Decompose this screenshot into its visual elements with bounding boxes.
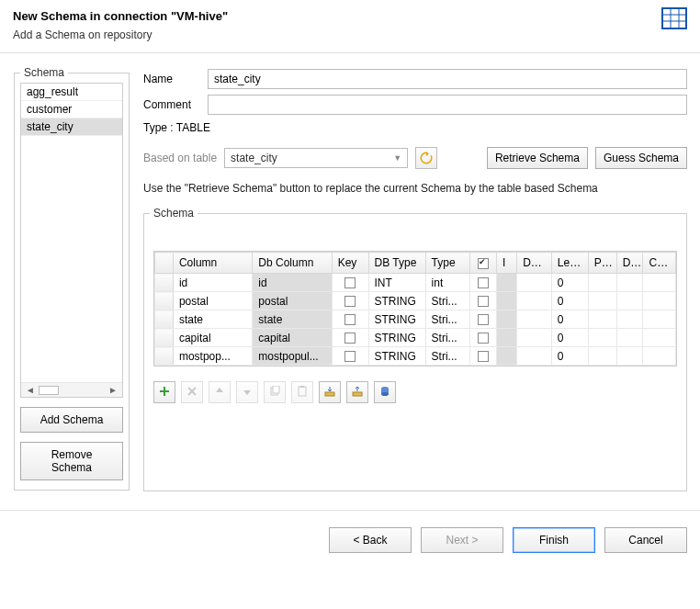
table-row[interactable]: ididINTint0	[155, 274, 676, 292]
table-cell[interactable]	[332, 347, 368, 366]
column-header[interactable]: Db Column	[253, 253, 332, 274]
guess-schema-button[interactable]: Guess Schema	[595, 147, 687, 169]
table-cell[interactable]	[155, 310, 174, 329]
table-cell[interactable]: id	[253, 274, 332, 292]
table-cell[interactable]	[497, 274, 517, 292]
export-button[interactable]	[346, 381, 368, 403]
table-cell[interactable]	[332, 329, 368, 347]
table-cell[interactable]	[470, 292, 497, 310]
key-checkbox[interactable]	[344, 277, 356, 288]
add-schema-button[interactable]: Add Schema	[20, 407, 123, 433]
table-cell[interactable]	[497, 292, 517, 310]
table-row[interactable]: statestateSTRINGStri...0	[155, 310, 676, 329]
nullable-checkbox[interactable]	[478, 351, 489, 362]
table-cell[interactable]	[616, 274, 643, 292]
drop-button[interactable]	[374, 381, 396, 403]
table-cell[interactable]: 0	[551, 347, 588, 366]
column-header[interactable]: D...	[616, 253, 643, 274]
table-cell[interactable]	[155, 274, 174, 292]
table-cell[interactable]	[643, 347, 676, 366]
table-row[interactable]: capitalcapitalSTRINGStri...0	[155, 329, 676, 347]
nullable-checkbox[interactable]	[478, 277, 489, 288]
refresh-button[interactable]	[415, 147, 437, 169]
column-header[interactable]	[470, 253, 497, 274]
table-cell[interactable]	[616, 310, 643, 329]
table-cell[interactable]: STRING	[368, 292, 425, 310]
table-cell[interactable]	[588, 274, 616, 292]
table-cell[interactable]	[497, 329, 517, 347]
table-cell[interactable]	[497, 347, 517, 366]
table-cell[interactable]: Stri...	[425, 329, 470, 347]
table-cell[interactable]: mostpop...	[173, 347, 252, 366]
table-cell[interactable]: postal	[173, 292, 252, 310]
table-cell[interactable]	[517, 347, 552, 366]
schema-list[interactable]: agg_resultcustomerstate_city ◄ ►	[20, 83, 123, 398]
table-cell[interactable]: state	[173, 310, 252, 329]
table-cell[interactable]: id	[173, 274, 252, 292]
table-cell[interactable]	[643, 310, 676, 329]
key-checkbox[interactable]	[344, 351, 356, 362]
table-cell[interactable]	[470, 347, 497, 366]
table-cell[interactable]	[332, 310, 368, 329]
table-cell[interactable]: 0	[551, 310, 588, 329]
table-cell[interactable]	[616, 347, 643, 366]
table-cell[interactable]	[332, 274, 368, 292]
column-header[interactable]: Da...	[517, 253, 552, 274]
remove-schema-button[interactable]: Remove Schema	[20, 442, 123, 480]
back-button[interactable]: < Back	[329, 527, 412, 553]
table-cell[interactable]: STRING	[368, 347, 425, 366]
table-row[interactable]: postalpostalSTRINGStri...0	[155, 292, 676, 310]
name-input[interactable]	[208, 69, 687, 89]
table-cell[interactable]	[517, 292, 552, 310]
scroll-right-icon[interactable]: ►	[107, 385, 119, 396]
table-cell[interactable]	[588, 329, 616, 347]
table-cell[interactable]	[470, 310, 497, 329]
key-checkbox[interactable]	[344, 333, 356, 344]
nullable-checkbox[interactable]	[478, 314, 489, 325]
schema-table[interactable]: ColumnDb ColumnKeyDB TypeTypeIDa...Len..…	[153, 251, 677, 367]
retrieve-schema-button[interactable]: Retrieve Schema	[487, 147, 588, 169]
nullable-checkbox[interactable]	[478, 296, 489, 307]
column-header[interactable]: DB Type	[368, 253, 425, 274]
column-header[interactable]: Co...	[643, 253, 676, 274]
table-cell[interactable]: postal	[253, 292, 332, 310]
table-cell[interactable]: STRING	[368, 310, 425, 329]
table-cell[interactable]: Stri...	[425, 347, 470, 366]
column-header[interactable]: Len...	[551, 253, 588, 274]
table-cell[interactable]	[517, 329, 552, 347]
nullable-checkbox[interactable]	[478, 333, 489, 344]
table-cell[interactable]: Stri...	[425, 310, 470, 329]
schema-list-item[interactable]: state_city	[21, 118, 122, 136]
table-cell[interactable]: int	[425, 274, 470, 292]
key-checkbox[interactable]	[344, 296, 356, 307]
table-cell[interactable]: state	[253, 310, 332, 329]
table-row[interactable]: mostpop...mostpopul...STRINGStri...0	[155, 347, 676, 366]
based-on-combo[interactable]: state_city ▼	[224, 148, 408, 168]
table-cell[interactable]	[470, 329, 497, 347]
table-cell[interactable]	[155, 347, 174, 366]
table-cell[interactable]	[588, 292, 616, 310]
table-cell[interactable]	[155, 329, 174, 347]
table-cell[interactable]: Stri...	[425, 292, 470, 310]
key-checkbox[interactable]	[344, 314, 356, 325]
table-cell[interactable]: mostpopul...	[253, 347, 332, 366]
finish-button[interactable]: Finish	[513, 527, 595, 553]
table-cell[interactable]	[497, 310, 517, 329]
list-scrollbar[interactable]: ◄ ►	[21, 382, 122, 397]
comment-input[interactable]	[208, 95, 687, 115]
table-cell[interactable]: capital	[173, 329, 252, 347]
table-cell[interactable]: 0	[551, 292, 588, 310]
cancel-button[interactable]: Cancel	[604, 527, 687, 553]
table-cell[interactable]	[643, 329, 676, 347]
table-cell[interactable]	[155, 292, 174, 310]
table-cell[interactable]	[470, 274, 497, 292]
scroll-left-icon[interactable]: ◄	[25, 385, 36, 396]
column-header[interactable]: Column	[173, 253, 252, 274]
table-cell[interactable]	[643, 274, 676, 292]
table-cell[interactable]	[616, 329, 643, 347]
table-cell[interactable]	[332, 292, 368, 310]
table-cell[interactable]	[588, 347, 616, 366]
column-header[interactable]: Pr...	[588, 253, 616, 274]
table-cell[interactable]	[588, 310, 616, 329]
schema-list-item[interactable]: agg_result	[21, 84, 122, 101]
